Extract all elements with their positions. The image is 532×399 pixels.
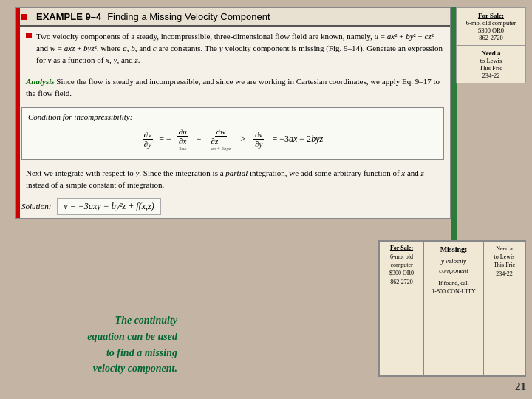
equals-minus: = − (159, 134, 171, 145)
result-equals: = −3ax − 2byz (270, 134, 323, 145)
gt-sign: > (238, 134, 248, 145)
frac-num-2: ∂u (177, 127, 188, 137)
example-header: EXAMPLE 9–4 Finding a Missing Velocity C… (16, 8, 450, 27)
classified-ads-container: For Sale: 6-mo. old computer $300 OR0 86… (456, 7, 526, 83)
integration-text: Next we integrate with respect to y. Sin… (26, 168, 424, 189)
page-container: EXAMPLE 9–4 Finding a Missing Velocity C… (0, 0, 532, 399)
bullet-text-1: Two velocity components of a steady, inc… (36, 31, 444, 66)
minus-sign: − (194, 134, 204, 145)
need-title: Need a (460, 50, 522, 57)
right-col-body: Need ato LewisThis Fric234-22 (487, 245, 522, 278)
analysis-label: Analysis (26, 77, 55, 86)
analysis-section: Analysis Since the flow is steady and in… (16, 73, 450, 103)
frac-num-3: ∂w (215, 127, 228, 137)
caption-text: The continuity equation can be used to f… (15, 313, 177, 377)
caption-line3: to find a missing (106, 347, 177, 358)
condition-box: Condition for incompressibility: ∂v ∂y =… (21, 107, 444, 160)
fraction-du-dx: ∂u ∂x 2ax (177, 127, 188, 151)
for-sale-ad: For Sale: 6-mo. old computer $300 OR0 86… (457, 8, 525, 46)
frac-den-3: ∂z ax + 2byz (209, 137, 232, 151)
header-red-square (21, 14, 27, 20)
under-label-3: ax + 2byz (211, 146, 231, 151)
equation-area: ∂v ∂y = − ∂u ∂x 2ax − ∂w (28, 124, 437, 154)
bullet-section: Two velocity components of a steady, inc… (16, 27, 450, 73)
ad-right-col: Need ato LewisThis Fric234-22 (484, 242, 525, 375)
need-line1: to Lewis (460, 57, 522, 64)
fraction-dv-dy: ∂v ∂y (143, 130, 153, 149)
caption-box: The continuity equation can be used to f… (15, 313, 177, 377)
frac-num-4: ∂v (253, 130, 264, 140)
fraction-dw-dz: ∂w ∂z ax + 2byz (209, 127, 232, 151)
for-sale-col-title: For Sale: (383, 245, 420, 251)
solution-label: Solution: (21, 202, 51, 211)
frac-den-2: ∂x 2ax (177, 137, 188, 151)
under-label-2: 2ax (179, 146, 186, 151)
for-sale-line1: 6-mo. old computer (460, 19, 522, 27)
for-sale-line3: 862-2720 (460, 34, 522, 41)
integration-section: Next we integrate with respect to y. Sin… (16, 164, 450, 195)
frac-den-4: ∂y (253, 140, 264, 149)
caption-line2: equation can be used (87, 331, 177, 342)
ad-left-col: For Sale: 6-mo. old computer$300 OR0862-… (380, 242, 424, 375)
caption-line1: The continuity (115, 315, 177, 326)
for-sale-col-body: 6-mo. old computer$300 OR0862-2720 (383, 253, 420, 286)
fraction-dv-dy-2: ∂v ∂y (253, 130, 264, 149)
need-ad: Need a to Lewis This Fric 234-22 (457, 46, 525, 83)
need-line3: 234-22 (460, 72, 522, 79)
need-line2: This Fric (460, 64, 522, 72)
missing-item: y velocitycomponent (427, 256, 480, 275)
missing-title: Missing: (427, 245, 480, 253)
content-box: EXAMPLE 9–4 Finding a Missing Velocity C… (15, 7, 451, 219)
condition-title: Condition for incompressibility: (28, 112, 437, 121)
solution-equation: v = −3axy − by²z + f(x,z) (57, 198, 160, 215)
frac-den-1: ∂y (143, 140, 153, 149)
caption-line4: velocity component. (93, 363, 177, 374)
analysis-text: Since the flow is steady and incompressi… (26, 77, 440, 98)
bottom-classified: For Sale: 6-mo. old computer$300 OR0862-… (378, 240, 526, 377)
missing-col: Missing: y velocitycomponent If found, c… (424, 242, 484, 375)
bullet-item-1: Two velocity components of a steady, inc… (26, 31, 444, 66)
page-number: 21 (515, 381, 526, 393)
for-sale-title: For Sale: (460, 12, 522, 19)
example-title-text: Finding a Missing Velocity Component (107, 11, 270, 22)
missing-footer: If found, call1-800 CON-UITY (427, 279, 480, 296)
solution-box: Solution: v = −3axy − by²z + f(x,z) (21, 198, 444, 215)
frac-num-1: ∂v (143, 130, 153, 140)
example-label: EXAMPLE 9–4 (36, 11, 101, 22)
for-sale-line2: $300 OR0 (460, 27, 522, 34)
bullet-square (26, 33, 32, 38)
